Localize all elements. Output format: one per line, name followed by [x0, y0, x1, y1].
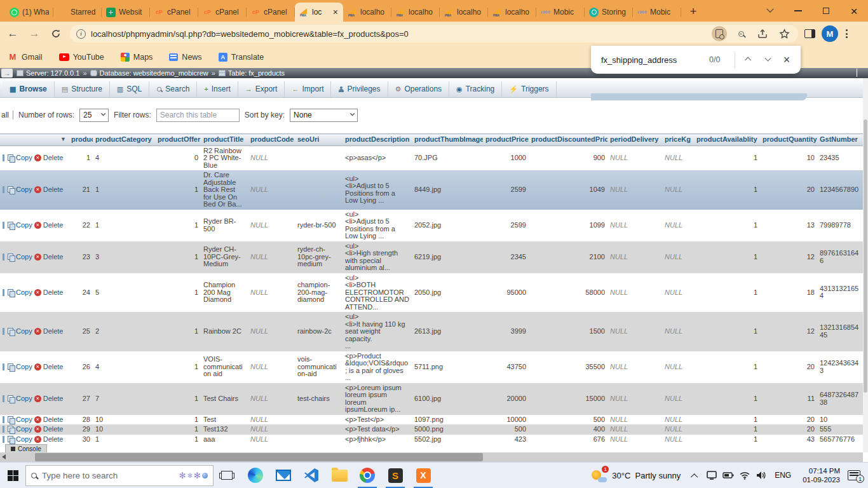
- scroll-top-icon[interactable]: [857, 69, 864, 77]
- pma-tab-import[interactable]: ←Import: [285, 81, 331, 97]
- copy-row-link[interactable]: Copy: [16, 395, 32, 403]
- site-info-icon[interactable]: i: [76, 29, 86, 39]
- tray-expand-icon[interactable]: [687, 463, 703, 488]
- delete-row-link[interactable]: Delete: [43, 416, 64, 424]
- task-view-icon[interactable]: [221, 471, 233, 480]
- sort-select[interactable]: None: [290, 109, 358, 122]
- copy-row-link[interactable]: Copy: [16, 363, 32, 371]
- tab-search-chevron-icon[interactable]: [756, 0, 784, 22]
- column-header-seoUri[interactable]: seoUri: [295, 134, 342, 146]
- find-next-icon[interactable]: [758, 50, 777, 69]
- column-header-productDescription[interactable]: productDescription: [342, 134, 412, 146]
- browser-tab[interactable]: Storing: [585, 3, 633, 22]
- delete-row-link[interactable]: Delete: [43, 328, 64, 336]
- console-tab[interactable]: Console: [5, 444, 47, 452]
- delete-row-link[interactable]: Delete: [43, 186, 64, 194]
- bookmark-item[interactable]: ATranslate: [219, 52, 264, 62]
- browser-tab[interactable]: (1) Wha: [5, 3, 53, 22]
- scroll-left-icon[interactable]: [2, 454, 6, 459]
- browser-tab[interactable]: Websit: [102, 3, 150, 22]
- column-header-productOffer[interactable]: productOffer: [155, 134, 201, 146]
- copy-row-link[interactable]: Copy: [16, 254, 32, 261]
- zoom-out-icon[interactable]: [733, 26, 749, 41]
- pma-tab-privileges[interactable]: Privileges: [331, 81, 388, 97]
- horizontal-scrollbar-thumb[interactable]: [35, 453, 483, 461]
- browser-tab[interactable]: localho: [488, 3, 536, 22]
- filter-input[interactable]: [156, 109, 240, 122]
- pma-tab-structure[interactable]: ▤Structure: [55, 81, 110, 97]
- pma-tab-tracking[interactable]: ◉Tracking: [449, 81, 502, 97]
- browser-menu-icon[interactable]: [846, 29, 848, 38]
- column-header-productThumbImage[interactable]: productThumbImage: [412, 134, 483, 146]
- bookmark-item[interactable]: YouTube: [59, 52, 104, 62]
- pma-tab-export[interactable]: →Export: [238, 81, 285, 97]
- copy-row-link[interactable]: Copy: [16, 154, 32, 162]
- browser-tab[interactable]: localho: [391, 3, 440, 22]
- copy-row-link[interactable]: Copy: [16, 222, 32, 229]
- vertical-scrollbar[interactable]: [863, 78, 868, 452]
- copy-row-link[interactable]: Copy: [16, 416, 32, 424]
- pma-tab-operations[interactable]: ⚙Operations: [388, 81, 450, 97]
- breadcrumb-database[interactable]: Database: websitedemo_mobicrew: [90, 69, 208, 77]
- browser-tab[interactable]: cPcPanel: [150, 3, 198, 22]
- search-highlight-decoration[interactable]: ✻✻✻: [179, 471, 208, 480]
- pma-tab-insert[interactable]: +Insert: [197, 81, 238, 97]
- share-icon[interactable]: [755, 26, 770, 41]
- taskbar-explorer[interactable]: [325, 463, 353, 488]
- pma-tab-browse[interactable]: ▦Browse: [3, 81, 55, 97]
- browser-tab[interactable]: LOGOMobic: [633, 3, 681, 22]
- find-input[interactable]: [601, 55, 709, 65]
- address-bar[interactable]: i localhost/phpmyadmin/sql.php?db=websit…: [70, 25, 798, 43]
- column-dropdown-icon[interactable]: ▼: [60, 136, 66, 144]
- browser-tab[interactable]: cPcPanel: [198, 3, 247, 22]
- rows-select[interactable]: 25: [79, 109, 109, 122]
- breadcrumb-table[interactable]: Table: fx_products: [219, 69, 285, 77]
- delete-row-link[interactable]: Delete: [43, 436, 64, 444]
- taskbar-edge[interactable]: [241, 463, 269, 488]
- browser-tab[interactable]: Starred: [53, 3, 102, 22]
- profile-avatar[interactable]: M: [822, 25, 838, 42]
- horizontal-scrollbar[interactable]: [0, 452, 863, 462]
- delete-row-link[interactable]: Delete: [43, 289, 64, 297]
- weather-widget[interactable]: 1 30°C Partly sunny: [584, 468, 687, 482]
- reload-button[interactable]: [47, 25, 65, 43]
- start-button[interactable]: [0, 463, 25, 488]
- restore-button[interactable]: [812, 0, 840, 22]
- column-header-productCode[interactable]: productCode: [248, 134, 295, 146]
- taskbar-clock[interactable]: 07:14 PM 01-09-2023: [796, 466, 846, 484]
- browser-tab[interactable]: cPcPanel: [247, 3, 295, 22]
- delete-row-link[interactable]: Delete: [43, 395, 64, 403]
- language-indicator[interactable]: ENG: [770, 471, 796, 480]
- browser-tab[interactable]: localho: [343, 3, 391, 22]
- bookmark-item[interactable]: Maps: [121, 52, 153, 62]
- bookmark-item[interactable]: News: [169, 52, 201, 62]
- copy-row-link[interactable]: Copy: [16, 328, 32, 336]
- battery-icon[interactable]: [720, 463, 736, 488]
- pma-tab-search[interactable]: Search: [149, 81, 197, 97]
- url-text[interactable]: localhost/phpmyadmin/sql.php?db=websited…: [91, 29, 707, 39]
- delete-row-link[interactable]: Delete: [43, 222, 64, 229]
- notification-center-icon[interactable]: 1: [848, 470, 860, 480]
- find-previous-icon[interactable]: [739, 50, 758, 69]
- taskbar-mail[interactable]: [269, 463, 297, 488]
- forward-button[interactable]: →: [25, 25, 43, 43]
- column-header-periodDelivery[interactable]: periodDelivery: [607, 134, 662, 146]
- browser-tab[interactable]: LOGOMobic: [536, 3, 585, 22]
- browser-tab[interactable]: localho: [440, 3, 488, 22]
- volume-icon[interactable]: [753, 463, 770, 488]
- taskbar-vscode[interactable]: [297, 463, 325, 488]
- column-header-productID[interactable]: productID: [69, 134, 93, 146]
- copy-row-link[interactable]: Copy: [16, 186, 32, 194]
- show-all-label[interactable]: all: [1, 111, 9, 119]
- back-button[interactable]: ←: [4, 25, 22, 43]
- delete-row-link[interactable]: Delete: [43, 363, 64, 371]
- panel-expand-icon[interactable]: →: [1, 69, 13, 78]
- close-button[interactable]: ×: [840, 0, 868, 22]
- taskbar-search[interactable]: ✻✻✻: [25, 465, 214, 486]
- bookmark-item[interactable]: MGmail: [8, 52, 43, 62]
- taskbar-sublime[interactable]: S: [381, 463, 409, 488]
- side-panel-icon[interactable]: [804, 29, 815, 38]
- find-close-icon[interactable]: ×: [777, 50, 796, 69]
- browser-tab[interactable]: loc×: [295, 3, 343, 22]
- breadcrumb-server[interactable]: Server: 127.0.0.1: [17, 69, 79, 77]
